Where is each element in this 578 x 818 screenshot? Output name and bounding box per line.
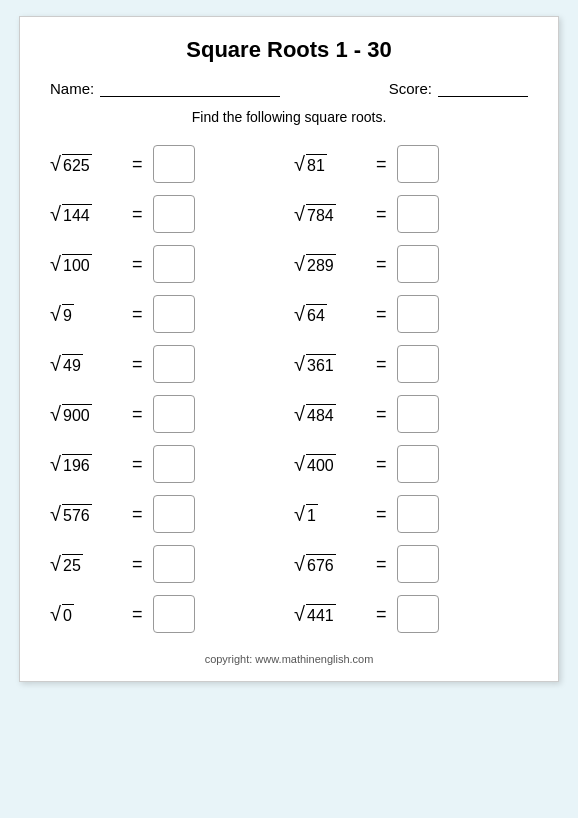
answer-box[interactable] — [153, 545, 195, 583]
equals-sign: = — [132, 604, 143, 625]
answer-box[interactable] — [153, 345, 195, 383]
sqrt-expression: √ 900 — [50, 404, 122, 425]
equals-sign: = — [132, 254, 143, 275]
sqrt-expression: √ 81 — [294, 154, 366, 175]
answer-box[interactable] — [397, 395, 439, 433]
equals-sign: = — [376, 404, 387, 425]
sqrt-expression: √ 400 — [294, 454, 366, 475]
problem-row: √ 361 = — [294, 339, 528, 389]
radicand: 784 — [306, 204, 336, 225]
answer-box[interactable] — [397, 245, 439, 283]
sqrt-expression: √ 576 — [50, 504, 122, 525]
answer-box[interactable] — [153, 145, 195, 183]
problem-row: √ 576 = — [50, 489, 284, 539]
score-label: Score: — [389, 80, 432, 97]
sqrt-symbol: √ — [294, 204, 305, 224]
worksheet-page: Square Roots 1 - 30 Name: Score: Find th… — [19, 16, 559, 682]
problem-row: √ 81 = — [294, 139, 528, 189]
sqrt-expression: √ 361 — [294, 354, 366, 375]
answer-box[interactable] — [153, 395, 195, 433]
radicand: 64 — [306, 304, 327, 325]
page-title: Square Roots 1 - 30 — [50, 37, 528, 63]
equals-sign: = — [376, 504, 387, 525]
sqrt-expression: √ 9 — [50, 304, 122, 325]
sqrt-symbol: √ — [294, 604, 305, 624]
equals-sign: = — [132, 454, 143, 475]
name-underline[interactable] — [100, 79, 280, 97]
problem-row: √ 9 = — [50, 289, 284, 339]
answer-box[interactable] — [153, 195, 195, 233]
radicand: 625 — [62, 154, 92, 175]
problems-grid: √ 625 = √ 81 = √ 144 = √ 784 = — [50, 139, 528, 639]
sqrt-expression: √ 144 — [50, 204, 122, 225]
sqrt-expression: √ 100 — [50, 254, 122, 275]
radicand: 81 — [306, 154, 327, 175]
equals-sign: = — [132, 204, 143, 225]
radicand: 361 — [306, 354, 336, 375]
sqrt-symbol: √ — [294, 304, 305, 324]
equals-sign: = — [376, 254, 387, 275]
sqrt-expression: √ 676 — [294, 554, 366, 575]
sqrt-symbol: √ — [50, 154, 61, 174]
sqrt-symbol: √ — [50, 454, 61, 474]
sqrt-symbol: √ — [50, 204, 61, 224]
radicand: 676 — [306, 554, 336, 575]
sqrt-symbol: √ — [50, 354, 61, 374]
answer-box[interactable] — [397, 545, 439, 583]
sqrt-symbol: √ — [50, 604, 61, 624]
radicand: 144 — [62, 204, 92, 225]
answer-box[interactable] — [397, 145, 439, 183]
score-underline[interactable] — [438, 79, 528, 97]
problem-row: √ 784 = — [294, 189, 528, 239]
problem-row: √ 676 = — [294, 539, 528, 589]
answer-box[interactable] — [153, 445, 195, 483]
equals-sign: = — [376, 154, 387, 175]
sqrt-expression: √ 25 — [50, 554, 122, 575]
problem-row: √ 625 = — [50, 139, 284, 189]
problem-row: √ 0 = — [50, 589, 284, 639]
sqrt-symbol: √ — [294, 404, 305, 424]
sqrt-symbol: √ — [294, 154, 305, 174]
sqrt-symbol: √ — [294, 254, 305, 274]
problem-row: √ 196 = — [50, 439, 284, 489]
sqrt-symbol: √ — [50, 404, 61, 424]
answer-box[interactable] — [397, 495, 439, 533]
equals-sign: = — [376, 204, 387, 225]
sqrt-expression: √ 289 — [294, 254, 366, 275]
sqrt-symbol: √ — [294, 554, 305, 574]
answer-box[interactable] — [397, 345, 439, 383]
radicand: 196 — [62, 454, 92, 475]
answer-box[interactable] — [153, 495, 195, 533]
answer-box[interactable] — [397, 445, 439, 483]
answer-box[interactable] — [397, 595, 439, 633]
answer-box[interactable] — [153, 295, 195, 333]
sqrt-expression: √ 64 — [294, 304, 366, 325]
equals-sign: = — [132, 404, 143, 425]
answer-box[interactable] — [397, 295, 439, 333]
sqrt-expression: √ 49 — [50, 354, 122, 375]
problem-row: √ 484 = — [294, 389, 528, 439]
radicand: 1 — [306, 504, 318, 525]
answer-box[interactable] — [153, 595, 195, 633]
sqrt-expression: √ 625 — [50, 154, 122, 175]
problem-row: √ 100 = — [50, 239, 284, 289]
sqrt-symbol: √ — [50, 554, 61, 574]
sqrt-expression: √ 196 — [50, 454, 122, 475]
answer-box[interactable] — [397, 195, 439, 233]
radicand: 441 — [306, 604, 336, 625]
sqrt-expression: √ 0 — [50, 604, 122, 625]
equals-sign: = — [132, 554, 143, 575]
name-score-row: Name: Score: — [50, 79, 528, 97]
answer-box[interactable] — [153, 245, 195, 283]
sqrt-symbol: √ — [50, 254, 61, 274]
radicand: 49 — [62, 354, 83, 375]
problem-row: √ 64 = — [294, 289, 528, 339]
sqrt-symbol: √ — [294, 454, 305, 474]
sqrt-symbol: √ — [294, 354, 305, 374]
problem-row: √ 400 = — [294, 439, 528, 489]
sqrt-symbol: √ — [294, 504, 305, 524]
radicand: 25 — [62, 554, 83, 575]
problem-row: √ 49 = — [50, 339, 284, 389]
radicand: 484 — [306, 404, 336, 425]
problem-row: √ 1 = — [294, 489, 528, 539]
